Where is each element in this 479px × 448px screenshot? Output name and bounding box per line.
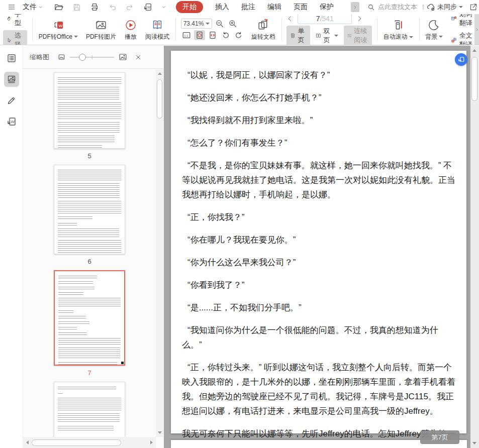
fit-width-button[interactable] <box>207 30 218 40</box>
reading-mode-label: 阅读模式 <box>145 33 169 41</box>
svg-text:1:1: 1:1 <box>184 34 188 37</box>
pdf-to-image-button[interactable]: PDF转图片 <box>82 14 120 45</box>
export-panel-button[interactable]: W <box>4 114 19 129</box>
page-thumbnail-8[interactable] <box>54 382 125 437</box>
search-placeholder: 点此查找文本 <box>378 3 417 12</box>
rotate-left-button[interactable] <box>220 30 231 40</box>
actual-size-button[interactable]: 1:1 <box>181 30 192 40</box>
tab-protect[interactable]: 保护 <box>320 3 334 12</box>
pen-icon <box>7 95 17 105</box>
svg-text:W: W <box>58 23 62 28</box>
paragraph: “她还没回来，你怎么不打她手机？” <box>182 90 455 105</box>
outline-panel-button[interactable] <box>4 51 19 66</box>
single-page-view-button[interactable]: 单页 <box>286 26 310 45</box>
page-thumbnail-7-active[interactable] <box>54 270 125 366</box>
thumbnail-panel-button[interactable] <box>4 72 19 87</box>
panel-horizontal-scrollbar[interactable] <box>23 437 156 448</box>
annotate-panel-button[interactable] <box>4 93 19 108</box>
open-button[interactable] <box>53 2 65 13</box>
current-page: 7 <box>316 15 320 23</box>
tab-edit[interactable]: 编辑 <box>267 3 281 12</box>
next-page-button[interactable] <box>356 15 363 22</box>
chevron-right-icon <box>475 28 479 32</box>
select-tool-label: 选择 <box>15 31 24 45</box>
scroll-down-arrow[interactable] <box>158 431 162 434</box>
scroll-right-arrow[interactable] <box>150 440 153 444</box>
tab-home[interactable]: 开始 <box>176 1 203 13</box>
single-page-label: 单页 <box>298 27 307 45</box>
sync-label: 未同步 <box>437 3 457 12</box>
ribbon-expand-button[interactable] <box>474 14 479 45</box>
doc-export-icon: W <box>143 3 152 12</box>
background-button[interactable]: 背景 <box>421 14 447 45</box>
divider <box>419 18 420 41</box>
paragraph: “怎么了？你们有事发生？” <box>182 136 455 150</box>
continuous-view-label: 连续阅读 <box>354 27 368 45</box>
paragraph: “你在哪儿？我现在要见你。” <box>182 233 455 247</box>
rotate-right-button[interactable] <box>233 30 244 40</box>
slider-knob[interactable] <box>79 54 86 61</box>
page-thumbnail-5[interactable] <box>54 72 125 149</box>
continuous-view-button[interactable]: 连续阅读 <box>344 26 371 45</box>
document-viewport[interactable]: “以妮，我是阿正，以娜回家了没有？” “她还没回来，你怎么不打她手机？” “我找… <box>164 46 470 448</box>
main-menu-button[interactable] <box>6 2 17 12</box>
scrollbar-thumb[interactable] <box>471 57 477 101</box>
zoom-in-button[interactable] <box>227 19 238 29</box>
export-word-button[interactable]: W <box>142 2 154 13</box>
share-button[interactable]: 分享 <box>469 3 479 12</box>
thumbnails-icon <box>7 74 17 84</box>
rotate-left-icon <box>221 31 230 40</box>
thumbnail-large-icon <box>119 53 127 61</box>
chevron-down-icon <box>334 35 338 37</box>
document-vertical-scrollbar[interactable] <box>470 46 479 448</box>
thumbnail-size-slider[interactable] <box>70 54 114 61</box>
tab-page[interactable]: 页面 <box>294 3 308 12</box>
two-page-view-button[interactable]: 双页 <box>312 26 342 45</box>
tab-comment[interactable]: 批注 <box>241 3 255 12</box>
more-vertical-icon[interactable] <box>420 4 426 10</box>
scrollbar-thumb[interactable] <box>157 79 162 119</box>
save-button[interactable] <box>71 2 82 13</box>
tab-insert[interactable]: 插入 <box>215 3 229 12</box>
pdf-page-7[interactable]: “以妮，我是阿正，以娜回家了没有？” “她还没回来，你怎么不打她手机？” “我找… <box>171 51 466 433</box>
close-panel-icon[interactable] <box>135 54 142 61</box>
chevron-right-icon <box>353 5 357 10</box>
scroll-left-arrow[interactable] <box>26 440 29 444</box>
zoom-level-combobox[interactable]: 73.41% <box>181 19 212 29</box>
ribbon-toolbar: 手型 选择 W PDF转Office PDF转图片 播放 阅读模式 <box>0 14 479 45</box>
undo-icon <box>108 3 117 12</box>
panel-vertical-scrollbar[interactable] <box>156 69 164 437</box>
print-button[interactable] <box>88 2 101 13</box>
find-text-box[interactable]: 点此查找文本 <box>367 3 426 12</box>
play-button[interactable]: 播放 <box>120 14 141 45</box>
pdf-to-office-label: PDF转Office <box>39 33 72 41</box>
toolbar-more-dropdown[interactable] <box>160 4 168 11</box>
svg-text:A: A <box>452 40 454 42</box>
file-menu[interactable]: 文件 <box>21 2 45 13</box>
hand-tool-button[interactable]: 手型 <box>3 14 27 29</box>
select-tool-button[interactable]: 选择 <box>3 30 27 45</box>
zoom-out-button[interactable] <box>214 19 225 29</box>
reading-mode-button[interactable]: 阅读模式 <box>141 14 173 45</box>
sync-status-button[interactable]: 未同步 <box>426 3 463 12</box>
fit-page-button[interactable] <box>194 30 205 40</box>
undo-button[interactable] <box>107 2 118 13</box>
divider <box>32 18 33 41</box>
tabs-overflow-button[interactable] <box>351 2 359 12</box>
scroll-up-arrow[interactable] <box>472 49 476 52</box>
thumbnail-page-number: 5 <box>87 152 91 160</box>
pdf-to-office-button[interactable]: W PDF转Office <box>35 14 82 45</box>
page-number-box[interactable]: 7/541 <box>298 14 352 24</box>
scroll-down-arrow[interactable] <box>472 442 476 444</box>
scrollbar-thumb[interactable] <box>32 439 121 446</box>
open-book-icon <box>151 19 164 32</box>
convert-to-word-fab[interactable] <box>455 53 467 66</box>
scroll-up-arrow[interactable] <box>158 72 162 75</box>
redo-button[interactable] <box>124 2 136 13</box>
auto-scroll-button[interactable]: 自动滚动 <box>379 14 417 45</box>
page-thumbnail-6[interactable] <box>54 165 125 254</box>
previous-page-button[interactable] <box>286 15 294 22</box>
zoom-level-value: 73.41% <box>183 20 204 27</box>
single-page-icon <box>290 32 296 40</box>
rotate-document-button[interactable]: 旋转文档 <box>247 14 279 45</box>
